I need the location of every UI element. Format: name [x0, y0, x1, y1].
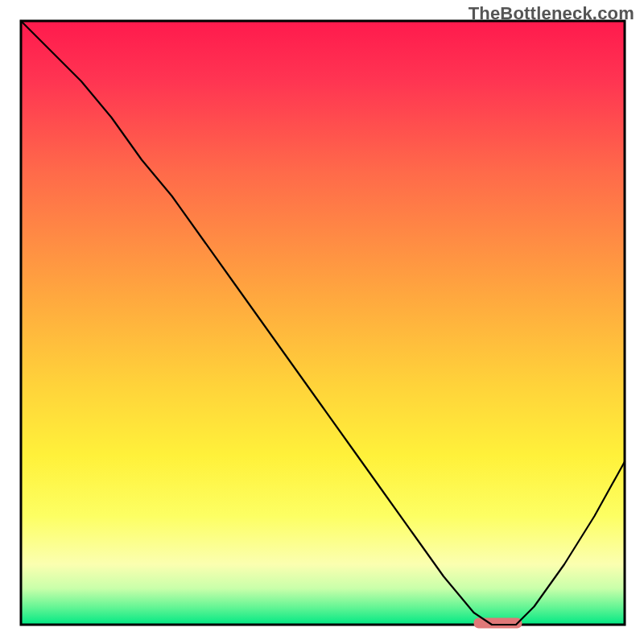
chart-container: TheBottleneck.com [0, 0, 644, 644]
optimal-marker [474, 618, 522, 629]
plot-background [21, 21, 625, 625]
bottleneck-chart [0, 0, 644, 644]
plot-area [21, 21, 625, 629]
